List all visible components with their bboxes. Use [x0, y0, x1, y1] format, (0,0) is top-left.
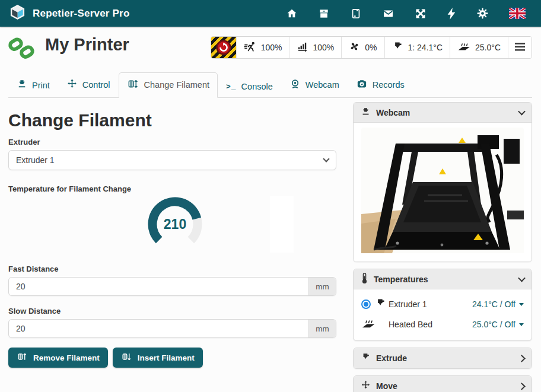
- temperatures-list: Extruder 1 24.1°C / Off: [354, 289, 532, 340]
- extruder-temp-dropdown[interactable]: 24.1°C / Off: [472, 299, 524, 309]
- printer-statusbar: 100% 100%: [211, 36, 532, 59]
- webcam-panel: Webcam: [353, 102, 532, 262]
- archive-box-icon[interactable]: [318, 8, 330, 20]
- fast-distance-input[interactable]: [9, 278, 308, 295]
- printer-header: My Printer: [0, 27, 541, 70]
- insert-filament-button[interactable]: Insert Filament: [113, 348, 203, 368]
- console-icon: >_: [226, 82, 237, 91]
- speed-badge[interactable]: 100%: [236, 37, 289, 58]
- temperature-row-extruder: Extruder 1 24.1°C / Off: [361, 294, 524, 314]
- top-navbar: Repetier-Server Pro: [0, 0, 541, 27]
- right-sidebar: Webcam: [353, 102, 532, 392]
- knob-slider-track[interactable]: [270, 196, 294, 253]
- bed-temp-value: 25.0°C: [475, 43, 501, 52]
- move-panel-header[interactable]: Move: [354, 376, 532, 392]
- temperatures-panel-title: Temperatures: [374, 275, 428, 284]
- bed-temp-text: 25.0°C / Off: [472, 320, 515, 329]
- records-camera-icon: [356, 78, 368, 91]
- filament-change-icon: [127, 78, 139, 91]
- caret-down-icon: [519, 303, 524, 306]
- slow-distance-label: Slow Distance: [8, 307, 336, 315]
- change-filament-panel: Change Filament Extruder Extruder 1 Temp…: [8, 93, 336, 368]
- tab-change-filament-label: Change Filament: [144, 80, 209, 90]
- brand-home-link[interactable]: Repetier-Server Pro: [9, 4, 129, 23]
- navbar-icon-menu: [286, 7, 526, 20]
- temperature-row-bed: Heated Bed 25.0°C / Off: [361, 314, 524, 334]
- remove-filament-label: Remove Filament: [33, 353, 100, 362]
- extrude-panel-title: Extrude: [376, 353, 407, 363]
- chevron-down-icon: [518, 275, 526, 282]
- move-panel: Move: [353, 375, 532, 392]
- insert-filament-label: Insert Filament: [138, 353, 195, 362]
- fan-value: 0%: [365, 43, 377, 52]
- extruder-nozzle-icon: [375, 298, 386, 311]
- fast-distance-group: mm: [8, 277, 336, 296]
- printer-menu-button[interactable]: [508, 37, 532, 58]
- manual-book-icon[interactable]: [350, 8, 362, 20]
- slow-distance-unit: mm: [308, 320, 336, 337]
- heated-bed-icon: [361, 318, 375, 332]
- printer-nozzle-icon: [361, 107, 371, 119]
- extruder-select[interactable]: Extruder 1: [8, 150, 336, 170]
- printer-name: My Printer: [45, 35, 129, 55]
- webcam-panel-header[interactable]: Webcam: [354, 103, 532, 123]
- caret-down-icon: [519, 323, 524, 326]
- home-icon[interactable]: [286, 8, 298, 20]
- connection-status-icon[interactable]: [8, 35, 35, 63]
- extruder-select-label: Extruder: [8, 138, 336, 146]
- fast-distance-unit: mm: [308, 278, 336, 295]
- fast-distance-label: Fast Distance: [8, 264, 336, 273]
- move-arrows-icon: [361, 380, 371, 392]
- speed-icon: [244, 41, 256, 54]
- mail-icon[interactable]: [382, 8, 394, 20]
- temperature-gauge-row: 210: [8, 197, 336, 257]
- bed-temp-dropdown[interactable]: 25.0°C / Off: [472, 320, 524, 329]
- page-title: Change Filament: [8, 110, 336, 130]
- thermometer-icon: [361, 272, 368, 286]
- move-arrows-icon: [66, 78, 78, 91]
- webcam-panel-title: Webcam: [376, 108, 410, 117]
- extruder-radio-selected[interactable]: [361, 299, 371, 309]
- flow-value: 100%: [313, 43, 334, 52]
- tab-control-label: Control: [82, 80, 110, 90]
- temperature-row-name: Heated Bed: [389, 320, 432, 329]
- filament-up-icon: [17, 352, 28, 364]
- bed-temp-badge[interactable]: 25.0°C: [450, 37, 508, 58]
- fan-icon: [349, 41, 360, 54]
- extruder-temp-badge[interactable]: 1: 24.1°C: [384, 37, 450, 58]
- tab-webcam-label: Webcam: [305, 80, 339, 90]
- slow-distance-input[interactable]: [9, 320, 308, 337]
- extruder-nozzle-icon: [392, 41, 403, 54]
- webcam-stream: [354, 123, 532, 262]
- power-bolt-icon[interactable]: [447, 8, 456, 20]
- slow-distance-group: mm: [8, 319, 336, 338]
- temperatures-panel: Temperatures Extruder 1 24.1°C / Off: [353, 269, 532, 341]
- tab-console-label: Console: [241, 82, 273, 91]
- print-icon: [17, 79, 27, 91]
- tab-records[interactable]: Records: [348, 72, 413, 98]
- repetier-logo-icon: [9, 4, 26, 23]
- webcam-printer-photo: [361, 128, 524, 253]
- temperature-label: Temperature for Filament Change: [8, 184, 336, 193]
- temperature-knob[interactable]: 210: [142, 193, 209, 259]
- extrude-panel-header[interactable]: Extrude: [354, 348, 532, 368]
- temperature-value: 210: [164, 216, 186, 232]
- fullscreen-icon[interactable]: [415, 8, 427, 20]
- emergency-stop-button[interactable]: [211, 37, 236, 58]
- speed-value: 100%: [261, 43, 282, 52]
- brand-title: Repetier-Server Pro: [33, 8, 129, 20]
- chevron-down-icon: [518, 108, 526, 116]
- fan-badge[interactable]: 0%: [341, 37, 384, 58]
- extruder-temp-text: 24.1°C / Off: [472, 299, 515, 309]
- flow-badge[interactable]: 100%: [289, 37, 341, 58]
- temperatures-panel-header[interactable]: Temperatures: [354, 269, 532, 289]
- remove-filament-button[interactable]: Remove Filament: [8, 348, 108, 368]
- filament-down-icon: [121, 352, 132, 364]
- chevron-right-icon: [518, 383, 526, 390]
- settings-gear-icon[interactable]: [476, 7, 489, 20]
- flow-icon: [297, 41, 308, 54]
- language-flag-uk-icon[interactable]: [509, 8, 526, 19]
- tab-records-label: Records: [373, 80, 405, 90]
- extrude-panel: Extrude: [353, 348, 532, 369]
- heated-bed-icon: [457, 41, 470, 54]
